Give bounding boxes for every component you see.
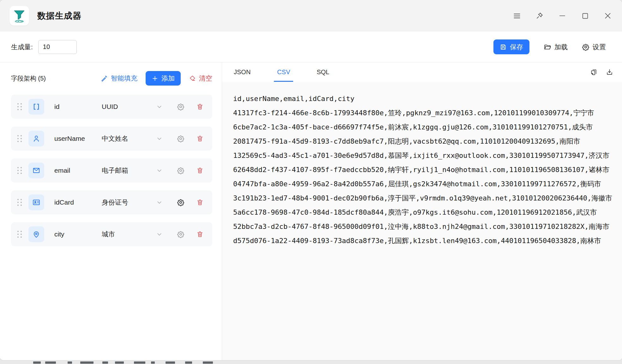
delete-field-button[interactable] bbox=[196, 135, 203, 142]
field-name: email bbox=[54, 167, 102, 174]
schema-title: 字段架构 (5) bbox=[11, 74, 46, 83]
output-panel: JSON CSV SQL bbox=[222, 63, 622, 360]
chevron-down-icon[interactable] bbox=[156, 231, 163, 238]
trash-icon bbox=[196, 167, 203, 174]
field-settings-button[interactable] bbox=[177, 167, 184, 174]
csv-line: 132569c5-4ad3-45c1-a701-30e6e9d57d8d,慕国琴… bbox=[233, 148, 616, 163]
delete-field-button[interactable] bbox=[196, 199, 203, 206]
mail-icon bbox=[28, 163, 44, 178]
settings-button[interactable]: 设置 bbox=[582, 43, 606, 51]
field-settings-button[interactable] bbox=[177, 199, 184, 206]
gear-icon bbox=[177, 199, 184, 206]
output-tabs: JSON CSV SQL bbox=[222, 63, 622, 82]
drag-handle-icon[interactable] bbox=[17, 167, 22, 174]
field-row-userName[interactable]: userName 中文姓名 bbox=[11, 127, 212, 151]
tab-csv[interactable]: CSV bbox=[274, 63, 293, 82]
smart-fill-label: 智能填充 bbox=[111, 74, 137, 83]
app-logo bbox=[9, 6, 29, 26]
copy-icon bbox=[590, 69, 597, 76]
menu-button[interactable] bbox=[512, 11, 522, 21]
tab-sql[interactable]: SQL bbox=[313, 63, 332, 82]
gear-icon bbox=[177, 230, 184, 238]
field-type-value: 城市 bbox=[102, 230, 115, 239]
field-settings-button[interactable] bbox=[177, 103, 184, 110]
pin-button[interactable] bbox=[535, 11, 544, 21]
chevron-down-icon[interactable] bbox=[156, 199, 163, 206]
desktop-peek-strip bbox=[0, 360, 622, 364]
field-name: city bbox=[54, 230, 102, 238]
csv-line: 5a6cc178-9698-47c0-984d-185dcf80a844,庾浩宇… bbox=[233, 205, 616, 219]
count-input[interactable] bbox=[38, 40, 77, 54]
csv-line: 62648dd2-f437-4107-895f-f7aedccbb520,纳宇轩… bbox=[233, 163, 616, 177]
copy-button[interactable] bbox=[590, 69, 597, 76]
schema-panel-header: 字段架构 (5) 智能填充 添加 bbox=[0, 63, 222, 86]
chevron-down-icon[interactable] bbox=[156, 135, 163, 142]
tab-json[interactable]: JSON bbox=[231, 63, 254, 82]
drag-handle-icon[interactable] bbox=[17, 199, 22, 206]
field-name: id bbox=[54, 103, 102, 110]
field-type-value: UUID bbox=[102, 103, 118, 110]
field-row-idCard[interactable]: idCard 身份证号 bbox=[11, 190, 212, 214]
csv-line: 04747bfa-a80e-4959-96a2-8a42d0b557a6,屈佳琪… bbox=[233, 177, 616, 191]
drag-handle-icon[interactable] bbox=[17, 135, 22, 142]
maximize-icon bbox=[581, 12, 589, 20]
field-settings-button[interactable] bbox=[177, 135, 184, 142]
field-name: userName bbox=[54, 135, 102, 142]
field-list: id UUID bbox=[0, 95, 222, 246]
id-card-icon bbox=[28, 194, 44, 210]
close-icon bbox=[604, 12, 612, 20]
clear-fields-button[interactable]: 清空 bbox=[189, 74, 212, 83]
gear-icon bbox=[177, 167, 184, 174]
csv-line: 6cbe7ac2-1c3a-405f-bace-d66697f74f5e,前沐宸… bbox=[233, 120, 616, 134]
toolbar: 生成量: 保存 加载 bbox=[0, 32, 622, 62]
maximize-button[interactable] bbox=[580, 11, 590, 21]
output-area[interactable]: id,userName,email,idCard,city 41317fc3-f… bbox=[222, 82, 622, 360]
trash-icon bbox=[196, 103, 203, 110]
field-settings-button[interactable] bbox=[177, 230, 184, 238]
csv-header-line: id,userName,email,idCard,city bbox=[233, 92, 616, 106]
csv-output: id,userName,email,idCard,city 41317fc3-f… bbox=[233, 92, 616, 248]
close-button[interactable] bbox=[603, 11, 613, 21]
delete-field-button[interactable] bbox=[196, 103, 203, 110]
csv-line: d575d076-1a22-4409-8193-73ad8ca8f73e,孔国辉… bbox=[233, 234, 616, 248]
drag-handle-icon[interactable] bbox=[17, 231, 22, 238]
field-row-id[interactable]: id UUID bbox=[11, 95, 212, 119]
clear-fields-label: 清空 bbox=[199, 74, 212, 83]
funnel-app-icon bbox=[12, 9, 27, 23]
main-content: 字段架构 (5) 智能填充 添加 bbox=[0, 62, 622, 360]
menu-icon bbox=[513, 12, 521, 20]
field-row-city[interactable]: city 城市 bbox=[11, 222, 212, 246]
field-type-value: 电子邮箱 bbox=[102, 166, 128, 175]
smart-fill-button[interactable]: 智能填充 bbox=[100, 74, 137, 83]
field-type-value: 身份证号 bbox=[102, 198, 128, 207]
chevron-down-icon[interactable] bbox=[156, 167, 163, 174]
pin-icon bbox=[535, 12, 544, 20]
trash-icon bbox=[196, 231, 203, 238]
delete-field-button[interactable] bbox=[196, 231, 203, 238]
load-button[interactable]: 加载 bbox=[544, 43, 568, 51]
save-button[interactable]: 保存 bbox=[493, 39, 529, 54]
trash-icon bbox=[196, 135, 203, 142]
gear-icon bbox=[177, 103, 184, 110]
field-type-value: 中文姓名 bbox=[102, 134, 128, 143]
app-title: 数据生成器 bbox=[37, 10, 82, 21]
toolbar-actions: 保存 加载 设置 bbox=[493, 32, 606, 62]
gear-icon bbox=[582, 43, 589, 51]
save-icon bbox=[500, 44, 507, 51]
delete-field-button[interactable] bbox=[196, 167, 203, 174]
minimize-button[interactable] bbox=[558, 11, 567, 21]
count-label: 生成量: bbox=[11, 43, 33, 51]
download-button[interactable] bbox=[606, 69, 613, 76]
chevron-down-icon[interactable] bbox=[156, 104, 163, 110]
gear-icon bbox=[177, 135, 184, 142]
field-name: idCard bbox=[54, 199, 102, 206]
add-field-button[interactable]: 添加 bbox=[146, 71, 181, 86]
titlebar: 数据生成器 bbox=[0, 0, 622, 32]
folder-open-icon bbox=[544, 43, 551, 51]
csv-line: 52bbc7a3-d2cb-4767-8f48-965000d09f01,泣中海… bbox=[233, 219, 616, 234]
field-row-email[interactable]: email 电子邮箱 bbox=[11, 158, 212, 182]
drag-handle-icon[interactable] bbox=[17, 103, 22, 110]
minimize-icon bbox=[558, 12, 566, 20]
csv-line: 20817475-f91a-45d9-8193-c7dd8eb9afc7,阳志明… bbox=[233, 134, 616, 148]
schema-panel: 字段架构 (5) 智能填充 添加 bbox=[0, 63, 222, 360]
